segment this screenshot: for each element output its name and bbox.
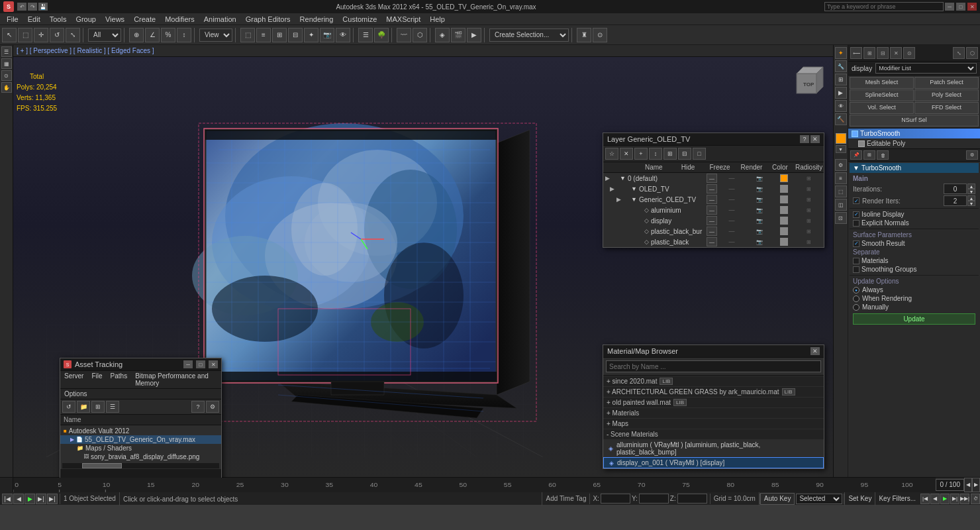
menu-tools[interactable]: Tools [45, 13, 72, 25]
auto-key-btn[interactable]: Auto Key [760, 493, 795, 505]
menu-modifiers[interactable]: Modifiers [160, 13, 199, 25]
explicit-normals-checkbox[interactable] [853, 220, 859, 227]
isolate-btn[interactable]: ⊙ [593, 28, 607, 42]
isoline-checkbox[interactable] [853, 211, 859, 218]
turbosmooth-item[interactable]: TurboSmooth [848, 129, 980, 138]
align-camera-btn[interactable]: 📷 [320, 28, 334, 42]
scene-explorer-btn[interactable]: 🌳 [374, 28, 389, 42]
percent-snap-btn[interactable]: % [161, 28, 175, 42]
align-btn[interactable]: ≡ [256, 28, 271, 42]
mat-alluminium[interactable]: ◈ alluminium ( VRayMtl ) [aluminium, pla… [603, 440, 824, 457]
menu-animation[interactable]: Animation [199, 13, 241, 25]
materials-checkbox[interactable] [853, 258, 859, 264]
modify-panel-btn[interactable]: 🔧 [835, 60, 847, 72]
lp-delete-btn[interactable]: ✕ [620, 148, 633, 160]
place-highlight-btn[interactable]: ✦ [304, 28, 318, 42]
layer-manager-btn[interactable]: ☰ [358, 28, 373, 42]
select-region-btn[interactable]: ⬚ [18, 28, 32, 42]
render-iters-spinner[interactable]: ▲ ▼ [944, 195, 975, 206]
rotate-tool-btn[interactable]: ↺ [50, 28, 64, 42]
mat-display[interactable]: ◈ display_on_001 ( VRayMtl ) [display] [603, 457, 824, 468]
settings-btn-2[interactable]: ≡ [835, 172, 847, 184]
mat-grass[interactable]: + ARCHITECTURAL GREEN GRASS by ark_mauri… [603, 387, 824, 397]
ap-path-btn[interactable]: 📁 [77, 401, 90, 413]
play-next-frame-btn[interactable]: ▶| [36, 494, 46, 504]
tl-right-btn[interactable]: ▶ [972, 478, 980, 492]
select-by-name-btn[interactable]: ☰ [1, 46, 12, 57]
layer-help-btn[interactable]: ? [800, 135, 809, 143]
hide-icon-generic[interactable]: — [707, 195, 717, 204]
layer-row-aluminium[interactable]: ◇ aluminium — — 📷 ⊞ [603, 205, 824, 215]
layer-row-generic[interactable]: ▶ ▼ Generic_OLED_TV — — 📷 ⊞ [603, 194, 824, 205]
render-iters-checkbox[interactable] [853, 197, 859, 204]
object-color-btn[interactable] [836, 133, 846, 144]
coord-y-input[interactable] [639, 494, 669, 504]
manually-rb[interactable] [853, 304, 859, 311]
asset-min-btn[interactable]: ─ [183, 360, 193, 368]
play-btn[interactable]: ▶ [24, 494, 35, 504]
mesh-select-btn[interactable]: Mesh Select [850, 77, 914, 89]
menu-edit[interactable]: Edit [23, 13, 45, 25]
asset-row-vault[interactable]: ■ Autodesk Vault 2012 [60, 427, 221, 435]
display-panel-btn[interactable]: 👁 [835, 100, 847, 112]
set-key-btn[interactable]: Set Key [844, 492, 875, 505]
minimize-btn[interactable]: ─ [945, 3, 954, 11]
asset-close-btn[interactable]: ✕ [209, 360, 218, 368]
schematic-view-btn[interactable]: ⬡ [413, 28, 427, 42]
ap-paths-menu[interactable]: Paths [107, 371, 132, 388]
asset-scroll-thumb[interactable] [82, 463, 122, 468]
add-time-tag-btn[interactable]: Add Time Tag [542, 492, 589, 505]
ap-list-btn[interactable]: ☰ [106, 401, 119, 413]
play-prev-frame-btn[interactable]: ◀ [13, 494, 24, 504]
update-btn[interactable]: Update [853, 313, 975, 325]
cp-icon-5[interactable]: ⊙ [903, 47, 915, 59]
lp-expand-btn[interactable]: ⊞ [663, 148, 677, 160]
render-iters-input[interactable] [944, 195, 967, 206]
mat-close-btn[interactable]: ✕ [810, 347, 820, 355]
vol-select-btn[interactable]: Vol. Select [850, 102, 914, 114]
iterations-down[interactable]: ▼ [967, 189, 975, 194]
color-pbur[interactable] [774, 227, 794, 235]
render-iters-up[interactable]: ▲ [967, 195, 975, 201]
color-display[interactable] [774, 217, 794, 225]
layer-row-plastic[interactable]: ◇ plastic_black — — 📷 ⊞ [603, 237, 824, 247]
key-mode-dropdown[interactable]: Selected [796, 494, 842, 504]
ts-section-header[interactable]: ▼TurboSmooth [850, 163, 979, 173]
always-rb[interactable] [853, 287, 859, 293]
settings-btn-4[interactable]: ◫ [835, 199, 847, 211]
color-plastic[interactable] [774, 238, 794, 246]
hide-icon-display[interactable]: — [707, 216, 717, 225]
lp-sort-btn[interactable]: ↕ [649, 148, 662, 160]
asset-row-maps[interactable]: 📁 Maps / Shaders [60, 444, 221, 452]
ffd-select-btn[interactable]: FFD Select [914, 102, 979, 114]
mat-painted[interactable]: + old painted wall.mat LIB [603, 398, 824, 407]
coord-z-input[interactable] [677, 494, 707, 504]
editable-poly-item[interactable]: Editable Poly [848, 138, 980, 148]
layer-row-plastic-bur[interactable]: ◇ plastic_black_bur — — 📷 ⊞ [603, 226, 824, 237]
ap-grid-btn[interactable]: ⊞ [91, 401, 105, 413]
lp-new-layer-btn[interactable]: ☆ [605, 148, 618, 160]
ap-server-menu[interactable]: Server [60, 371, 87, 388]
menu-create[interactable]: Create [129, 13, 160, 25]
mat-scene-materials[interactable]: - Scene Materials [603, 429, 824, 439]
menu-rendering[interactable]: Rendering [295, 13, 338, 25]
create-panel-btn[interactable]: ✦ [835, 47, 847, 59]
cp-icon-3[interactable]: ⊟ [877, 47, 889, 59]
key-filters-btn[interactable]: Key Filters... [875, 492, 919, 505]
iterations-spinner[interactable]: ▲ ▼ [944, 184, 975, 194]
spline-select-btn[interactable]: SplineSelect [850, 89, 914, 101]
create-selection-dropdown[interactable]: Create Selection... [489, 28, 569, 42]
smoothing-groups-checkbox[interactable] [853, 266, 859, 273]
layer-row-default[interactable]: ▶ ▼ 0 (default) — — 📷 ⊞ [603, 173, 824, 184]
asset-row-max[interactable]: ▶ 📄 55_OLED_TV_Generic_On_vray.max [60, 435, 221, 444]
pan-btn[interactable]: ✋ [1, 82, 12, 93]
zoom-extents-btn[interactable]: ⊙ [1, 70, 12, 81]
color-default[interactable] [774, 174, 794, 182]
make-unique-btn[interactable]: ⊞ [863, 150, 875, 160]
close-btn[interactable]: ✕ [967, 3, 977, 11]
angle-snap-btn[interactable]: ∠ [145, 28, 160, 42]
menu-graph-editors[interactable]: Graph Editors [241, 13, 295, 25]
search-input[interactable] [827, 3, 941, 10]
settings-btn-5[interactable]: ⊡ [835, 212, 847, 224]
asset-max-btn[interactable]: □ [196, 360, 205, 368]
